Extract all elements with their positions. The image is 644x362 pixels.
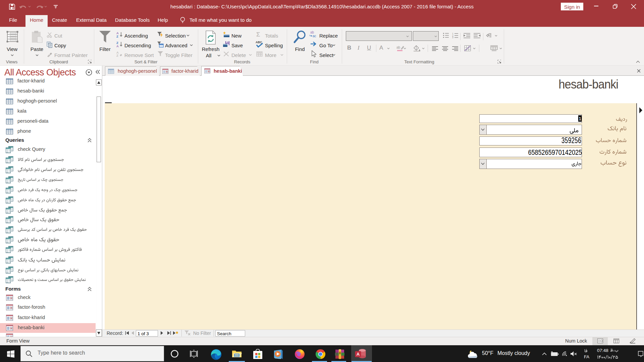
svg-text:ab: ab xyxy=(396,46,400,49)
svg-text:ABC: ABC xyxy=(256,41,262,44)
svg-text:3: 3 xyxy=(452,36,453,38)
svg-text:ab: ab xyxy=(310,31,314,34)
svg-text:ac: ac xyxy=(313,34,316,38)
svg-text:Z: Z xyxy=(116,54,118,57)
svg-text:A: A xyxy=(357,352,360,357)
svg-text:Z: Z xyxy=(116,35,118,38)
svg-text:A: A xyxy=(116,44,119,48)
